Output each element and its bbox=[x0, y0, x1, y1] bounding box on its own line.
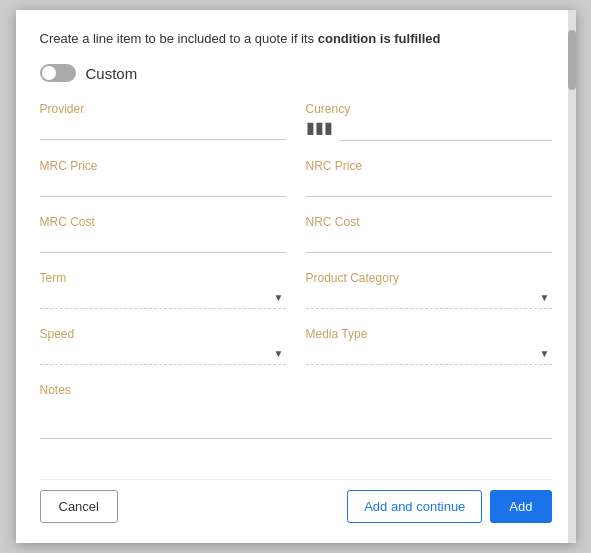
dialog-footer: Cancel Add and continue Add bbox=[40, 479, 552, 523]
toggle-knob bbox=[42, 66, 56, 80]
provider-field: Provider bbox=[40, 102, 286, 141]
form-grid: Provider Curency ▮▮▮ MRC Price NRC Price… bbox=[40, 102, 552, 461]
nrc-price-field: NRC Price bbox=[306, 159, 552, 197]
product-category-label: Product Category bbox=[306, 271, 552, 285]
dialog-description: Create a line item to be included to a q… bbox=[40, 30, 552, 48]
nrc-cost-label: NRC Cost bbox=[306, 215, 552, 229]
notes-field: Notes bbox=[40, 383, 552, 443]
dialog: Create a line item to be included to a q… bbox=[16, 10, 576, 543]
nrc-cost-field: NRC Cost bbox=[306, 215, 552, 253]
nrc-cost-input[interactable] bbox=[306, 231, 552, 253]
mrc-price-input[interactable] bbox=[40, 175, 286, 197]
speed-label: Speed bbox=[40, 327, 286, 341]
add-button[interactable]: Add bbox=[490, 490, 551, 523]
term-select[interactable] bbox=[40, 287, 286, 309]
scrollbar-thumb bbox=[568, 30, 576, 90]
mrc-cost-label: MRC Cost bbox=[40, 215, 286, 229]
term-field: Term ▼ bbox=[40, 271, 286, 309]
description-bold: condition is fulfilled bbox=[318, 31, 441, 46]
currency-input[interactable] bbox=[339, 119, 552, 141]
mrc-price-field: MRC Price bbox=[40, 159, 286, 197]
provider-input-row bbox=[40, 118, 286, 140]
custom-toggle-row: Custom bbox=[40, 64, 552, 82]
cancel-button[interactable]: Cancel bbox=[40, 490, 118, 523]
provider-label: Provider bbox=[40, 102, 286, 116]
media-type-select[interactable] bbox=[306, 343, 552, 365]
currency-input-row: ▮▮▮ bbox=[306, 118, 552, 141]
custom-label: Custom bbox=[86, 65, 138, 82]
speed-field: Speed ▼ bbox=[40, 327, 286, 365]
notes-label: Notes bbox=[40, 383, 552, 397]
currency-label: Curency bbox=[306, 102, 552, 116]
nrc-price-input[interactable] bbox=[306, 175, 552, 197]
nrc-price-label: NRC Price bbox=[306, 159, 552, 173]
notes-input[interactable] bbox=[40, 399, 552, 439]
mrc-cost-input[interactable] bbox=[40, 231, 286, 253]
mrc-cost-field: MRC Cost bbox=[40, 215, 286, 253]
media-type-label: Media Type bbox=[306, 327, 552, 341]
description-text: Create a line item to be included to a q… bbox=[40, 31, 318, 46]
footer-right-buttons: Add and continue Add bbox=[347, 490, 551, 523]
product-category-select[interactable] bbox=[306, 287, 552, 309]
custom-toggle[interactable] bbox=[40, 64, 76, 82]
term-label: Term bbox=[40, 271, 286, 285]
add-continue-button[interactable]: Add and continue bbox=[347, 490, 482, 523]
scrollbar[interactable] bbox=[568, 10, 576, 543]
provider-input[interactable] bbox=[40, 118, 286, 140]
currency-icon: ▮▮▮ bbox=[306, 118, 333, 137]
product-category-field: Product Category ▼ bbox=[306, 271, 552, 309]
mrc-price-label: MRC Price bbox=[40, 159, 286, 173]
speed-select[interactable] bbox=[40, 343, 286, 365]
media-type-field: Media Type ▼ bbox=[306, 327, 552, 365]
currency-field: Curency ▮▮▮ bbox=[306, 102, 552, 141]
